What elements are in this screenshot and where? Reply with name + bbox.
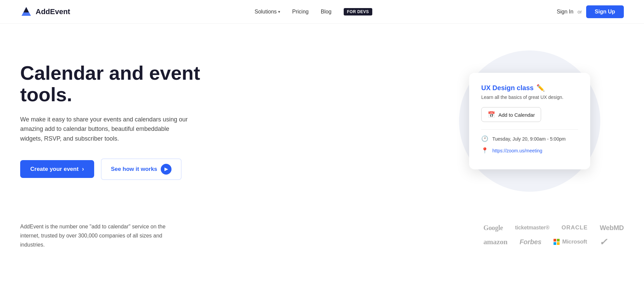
location-icon: 📍 — [481, 147, 488, 154]
hero-title: Calendar and event tools. — [20, 62, 209, 105]
logo-link[interactable]: AddEvent — [20, 6, 70, 18]
brand-logo-row-1: Google ticketmaster® ORACLE WebMD — [483, 224, 624, 232]
sign-in-link[interactable]: Sign In — [557, 9, 573, 15]
oracle-logo: ORACLE — [562, 224, 588, 231]
solutions-link[interactable]: Solutions ▾ — [255, 9, 280, 15]
google-logo: Google — [483, 224, 503, 232]
logo-icon — [20, 6, 32, 18]
card-divider — [481, 130, 578, 130]
arrow-icon: › — [82, 165, 84, 173]
play-icon: ▶ — [161, 164, 172, 175]
microsoft-logo: Microsoft — [554, 238, 587, 245]
clock-icon: 🕐 — [481, 135, 488, 142]
event-card: UX Design class ✏️ Learn all the basics … — [469, 73, 590, 170]
hero-right: UX Design class ✏️ Learn all the basics … — [435, 44, 624, 198]
event-location-detail: 📍 https://zoom.us/meeting — [481, 147, 578, 154]
webmd-logo: WebMD — [600, 224, 624, 232]
event-date-detail: 🕐 Tuesday, July 20, 9:00am - 5:00pm — [481, 135, 578, 142]
brand-logo-row-2: amazon Forbes Microsoft ✓ — [483, 236, 607, 248]
trusted-text: AddEvent is the number one "add to calen… — [20, 222, 175, 250]
navbar: AddEvent Solutions ▾ Pricing Blog FOR DE… — [0, 0, 644, 24]
nike-logo: ✓ — [599, 236, 607, 248]
logo-text: AddEvent — [36, 7, 70, 16]
trusted-section: AddEvent is the number one "add to calen… — [0, 212, 644, 270]
hero-left: Calendar and event tools. We make it eas… — [20, 62, 209, 180]
nav-links: Solutions ▾ Pricing Blog FOR DEVS — [255, 8, 372, 15]
blog-link[interactable]: Blog — [321, 9, 332, 15]
see-how-it-works-button[interactable]: See how it works ▶ — [101, 158, 182, 180]
hero-section: Calendar and event tools. We make it eas… — [0, 24, 644, 212]
ticketmaster-logo: ticketmaster® — [515, 225, 550, 231]
nav-auth: Sign In or Sign Up — [557, 5, 624, 18]
hero-buttons: Create your event › See how it works ▶ — [20, 158, 209, 180]
hero-subtitle: We make it easy to share your events and… — [20, 115, 188, 144]
add-to-calendar-button[interactable]: 📅 Add to Calendar — [481, 107, 541, 122]
pricing-link[interactable]: Pricing — [292, 9, 309, 15]
amazon-logo: amazon — [483, 237, 507, 246]
brand-logo-grid: Google ticketmaster® ORACLE WebMD amazon… — [483, 224, 624, 248]
create-event-button[interactable]: Create your event › — [20, 160, 94, 178]
nav-or-text: or — [577, 9, 582, 14]
pencil-emoji: ✏️ — [536, 84, 545, 92]
forbes-logo: Forbes — [520, 238, 541, 246]
microsoft-grid-icon — [554, 239, 560, 245]
solutions-chevron-icon: ▾ — [278, 9, 280, 14]
calendar-icon: 📅 — [488, 111, 495, 118]
event-card-description: Learn all the basics of great UX design. — [481, 95, 578, 100]
event-card-title: UX Design class ✏️ — [481, 84, 578, 92]
event-location-link[interactable]: https://zoom.us/meeting — [492, 148, 542, 153]
sign-up-button[interactable]: Sign Up — [586, 5, 624, 18]
for-devs-badge[interactable]: FOR DEVS — [344, 8, 372, 15]
